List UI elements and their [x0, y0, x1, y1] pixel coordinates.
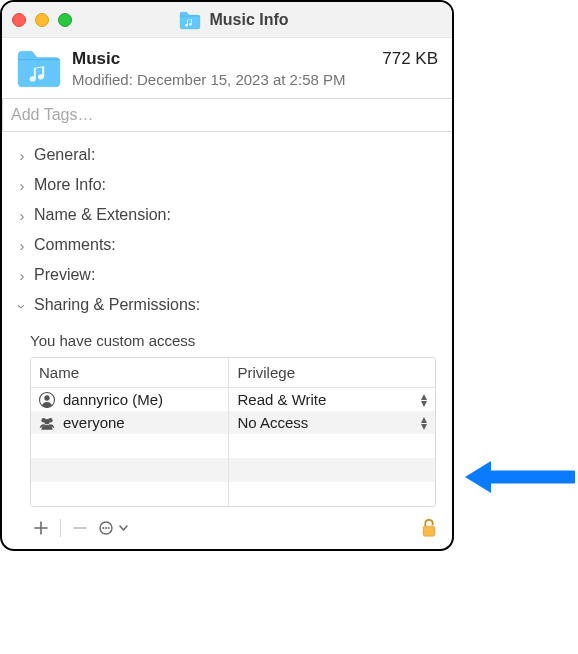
section-label: General:: [34, 146, 95, 164]
title-center: Music Info: [26, 10, 442, 30]
up-down-icon: ▴▾: [421, 393, 427, 407]
titlebar: Music Info: [2, 2, 452, 38]
folder-name: Music: [72, 49, 120, 69]
svg-point-1: [44, 395, 49, 400]
info-window: Music Info Music 772 KB Modified: Decemb…: [0, 0, 454, 551]
window-title: Music Info: [209, 11, 288, 29]
svg-point-6: [102, 527, 104, 529]
permissions-footer: [2, 511, 452, 549]
group-icon: [39, 415, 55, 431]
column-header-privilege[interactable]: Privilege: [229, 358, 435, 388]
section-label: Comments:: [34, 236, 116, 254]
chevron-right-icon: ›: [16, 177, 28, 194]
folder-size: 772 KB: [382, 49, 438, 69]
close-icon[interactable]: [12, 13, 26, 27]
table-row: [31, 458, 435, 482]
tags-field[interactable]: [2, 98, 452, 132]
user-name: everyone: [63, 414, 125, 431]
section-label: Name & Extension:: [34, 206, 171, 224]
access-note: You have custom access: [30, 332, 436, 349]
separator: [60, 519, 61, 537]
summary-bar: Music 772 KB Modified: December 15, 2023…: [2, 38, 452, 98]
tags-input[interactable]: [3, 99, 452, 131]
section-sharing-permissions[interactable]: › Sharing & Permissions:: [16, 290, 438, 320]
chevron-right-icon: ›: [16, 147, 28, 164]
svg-rect-9: [423, 526, 435, 536]
folder-large-icon: [16, 48, 62, 88]
folder-icon: [179, 10, 201, 30]
lock-icon[interactable]: [420, 518, 438, 538]
permissions-panel: You have custom access Name Privilege: [2, 324, 452, 511]
section-label: Preview:: [34, 266, 95, 284]
privilege-select[interactable]: Read & Write ▴▾: [237, 391, 427, 408]
user-name: dannyrico (Me): [63, 391, 163, 408]
chevron-right-icon: ›: [16, 237, 28, 254]
privilege-value: Read & Write: [237, 391, 326, 408]
privilege-select[interactable]: No Access ▴▾: [237, 414, 427, 431]
remove-button[interactable]: [69, 517, 91, 539]
chevron-down-icon: ›: [14, 300, 31, 312]
chevron-down-icon: [119, 525, 128, 532]
section-preview[interactable]: › Preview:: [16, 260, 438, 290]
section-comments[interactable]: › Comments:: [16, 230, 438, 260]
add-button[interactable]: [30, 517, 52, 539]
svg-point-4: [44, 419, 49, 424]
section-name-extension[interactable]: › Name & Extension:: [16, 200, 438, 230]
section-general[interactable]: › General:: [16, 140, 438, 170]
privilege-value: No Access: [237, 414, 308, 431]
action-menu-button[interactable]: [99, 521, 128, 535]
sections-list: › General: › More Info: › Name & Extensi…: [2, 132, 452, 324]
svg-point-8: [108, 527, 110, 529]
chevron-right-icon: ›: [16, 207, 28, 224]
minus-icon: [73, 521, 87, 535]
up-down-icon: ▴▾: [421, 416, 427, 430]
table-row[interactable]: dannyrico (Me) Read & Write ▴▾: [31, 388, 435, 412]
table-row: [31, 482, 435, 506]
section-more-info[interactable]: › More Info:: [16, 170, 438, 200]
svg-marker-11: [465, 461, 491, 493]
chevron-right-icon: ›: [16, 267, 28, 284]
plus-icon: [34, 521, 48, 535]
person-icon: [39, 392, 55, 408]
section-label: More Info:: [34, 176, 106, 194]
callout-arrow-icon: [465, 447, 575, 507]
table-row[interactable]: everyone No Access ▴▾: [31, 411, 435, 434]
section-label: Sharing & Permissions:: [34, 296, 200, 314]
ellipsis-circle-icon: [99, 521, 117, 535]
table-row: [31, 434, 435, 458]
permissions-table: Name Privilege: [30, 357, 436, 507]
modified-date: Modified: December 15, 2023 at 2:58 PM: [72, 71, 438, 88]
svg-point-7: [105, 527, 107, 529]
column-header-name[interactable]: Name: [31, 358, 229, 388]
